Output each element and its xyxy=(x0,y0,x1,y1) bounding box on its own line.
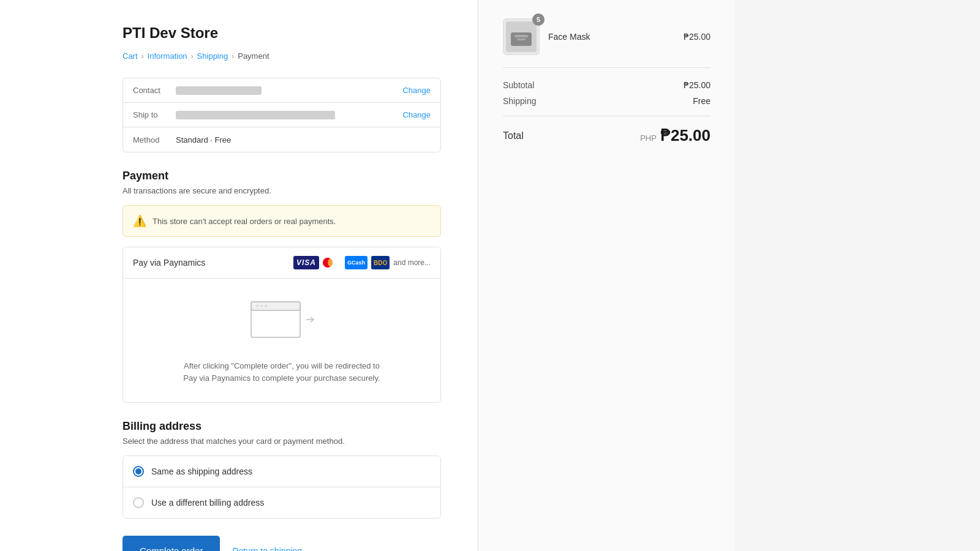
payment-subtitle: All transactions are secure and encrypte… xyxy=(123,186,441,195)
summary-divider xyxy=(503,116,710,116)
total-label: Total xyxy=(503,130,524,141)
billing-options: Same as shipping address Use a different… xyxy=(123,455,441,519)
svg-rect-8 xyxy=(514,35,528,37)
redirect-text: After clicking "Complete order", you wil… xyxy=(178,360,386,384)
left-panel: PTI Dev Store Cart › Information › Shipp… xyxy=(0,0,478,551)
payment-header: Pay via Paynamics VISA GCash BDO and mor… xyxy=(123,247,440,279)
breadcrumb-information[interactable]: Information xyxy=(148,51,187,61)
redirect-illustration xyxy=(245,297,318,348)
svg-point-4 xyxy=(265,305,267,307)
contact-value xyxy=(176,86,395,95)
svg-rect-9 xyxy=(517,39,526,40)
store-title: PTI Dev Store xyxy=(123,24,441,42)
item-quantity-badge: 5 xyxy=(532,13,545,26)
visa-logo: VISA xyxy=(293,256,319,269)
billing-option-same[interactable]: Same as shipping address xyxy=(123,456,440,487)
contact-placeholder xyxy=(176,86,262,95)
contact-row: Contact Change xyxy=(123,78,440,103)
breadcrumb-cart[interactable]: Cart xyxy=(123,51,138,61)
ship-to-change[interactable]: Change xyxy=(402,110,431,119)
right-panel: 5 Face Mask ₱25.00 Subtotal ₱25.00 Shipp… xyxy=(478,0,735,551)
breadcrumb: Cart › Information › Shipping › Payment xyxy=(123,51,441,61)
shipping-label: Shipping xyxy=(503,96,537,106)
shipping-value: Free xyxy=(693,96,710,106)
mc-right-circle xyxy=(328,258,337,268)
more-logos-text: and more... xyxy=(393,258,431,267)
ship-to-placeholder xyxy=(176,111,335,119)
subtotal-label: Subtotal xyxy=(503,80,534,90)
info-table: Contact Change Ship to Change Method Sta… xyxy=(123,78,441,152)
subtotal-value: ₱25.00 xyxy=(684,80,710,90)
radio-different[interactable] xyxy=(133,497,144,508)
billing-title: Billing address xyxy=(123,420,441,433)
total-row: Total PHP ₱25.00 xyxy=(503,126,710,145)
ship-to-row: Ship to Change xyxy=(123,103,440,127)
item-name: Face Mask xyxy=(548,32,675,42)
radio-inner-same xyxy=(135,468,141,474)
action-row: Complete order Return to shipping xyxy=(123,536,441,551)
subtotal-row: Subtotal ₱25.00 xyxy=(503,80,710,90)
order-item: 5 Face Mask ₱25.00 xyxy=(503,18,710,68)
warning-icon: ⚠️ xyxy=(133,214,146,228)
svg-point-2 xyxy=(256,305,258,307)
radio-same[interactable] xyxy=(133,466,144,477)
payment-body: After clicking "Complete order", you wil… xyxy=(123,279,440,402)
breadcrumb-shipping[interactable]: Shipping xyxy=(197,51,228,61)
billing-option-different[interactable]: Use a different billing address xyxy=(123,487,440,518)
mastercard-logo xyxy=(323,256,341,269)
total-value-wrap: PHP ₱25.00 xyxy=(640,126,710,145)
breadcrumb-sep-3: › xyxy=(232,52,234,61)
warning-box: ⚠️ This store can't accept real orders o… xyxy=(123,205,441,237)
ship-to-label: Ship to xyxy=(133,110,176,119)
payment-logos: VISA GCash BDO and more... xyxy=(293,256,431,269)
contact-change[interactable]: Change xyxy=(402,86,431,95)
bdo-logo: BDO xyxy=(371,256,390,269)
shipping-row: Shipping Free xyxy=(503,96,710,106)
breadcrumb-sep-1: › xyxy=(141,52,144,61)
payment-section: Payment All transactions are secure and … xyxy=(123,170,441,403)
item-price: ₱25.00 xyxy=(684,32,710,42)
total-amount: ₱25.00 xyxy=(660,126,710,145)
breadcrumb-payment: Payment xyxy=(238,51,269,61)
billing-same-label: Same as shipping address xyxy=(151,467,252,476)
svg-point-3 xyxy=(260,305,263,307)
return-to-shipping-link[interactable]: Return to shipping xyxy=(232,546,302,552)
payment-title: Payment xyxy=(123,170,441,182)
payment-provider-title: Pay via Paynamics xyxy=(133,258,205,268)
method-value: Standard · Free xyxy=(176,135,431,144)
breadcrumb-sep-2: › xyxy=(191,52,194,61)
ship-to-value xyxy=(176,111,395,119)
item-image-wrap: 5 xyxy=(503,18,540,55)
billing-subtitle: Select the address that matches your car… xyxy=(123,437,441,446)
payment-box: Pay via Paynamics VISA GCash BDO and mor… xyxy=(123,247,441,403)
method-label: Method xyxy=(133,135,176,144)
warning-text: This store can't accept real orders or r… xyxy=(153,217,336,226)
complete-order-button[interactable]: Complete order xyxy=(123,536,220,551)
total-currency: PHP xyxy=(640,133,657,143)
billing-section: Billing address Select the address that … xyxy=(123,420,441,519)
method-row: Method Standard · Free xyxy=(123,127,440,152)
gcash-logo: GCash xyxy=(345,256,368,269)
billing-different-label: Use a different billing address xyxy=(151,498,264,508)
contact-label: Contact xyxy=(133,86,176,95)
